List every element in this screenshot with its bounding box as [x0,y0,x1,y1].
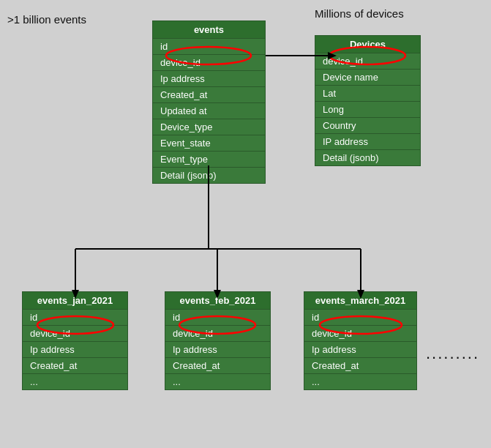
events-jan-table: events_jan_2021 id device_id Ip address … [22,291,128,390]
ellipsis-label: ......... [426,344,479,363]
feb-row-created: Created_at [165,358,270,374]
jan-row-device-id: device_id [23,326,127,342]
feb-row-ellipsis: ... [165,374,270,389]
events-row-detail: Detail (jsonb) [153,168,265,183]
devices-row-lat: Lat [315,86,420,102]
feb-row-id: id [165,310,270,326]
jan-row-ellipsis: ... [23,374,127,389]
events-jan-header: events_jan_2021 [23,292,127,310]
feb-row-ip: Ip address [165,342,270,358]
events-row-updated: Updated at [153,103,265,119]
events-row-created: Created_at [153,87,265,103]
march-row-ellipsis: ... [304,374,416,389]
jan-row-ip: Ip address [23,342,127,358]
feb-row-device-id: device_id [165,326,270,342]
march-row-ip: Ip address [304,342,416,358]
events-row-device-type: Device_type [153,119,265,135]
events-table-header: events [153,21,265,39]
jan-row-created: Created_at [23,358,127,374]
jan-row-id: id [23,310,127,326]
march-row-id: id [304,310,416,326]
events-feb-table: events_feb_2021 id device_id Ip address … [165,291,271,390]
devices-row-ip: IP address [315,134,420,150]
march-row-device-id: device_id [304,326,416,342]
events-row-ip: Ip address [153,71,265,87]
billion-events-label: >1 billion events [7,13,86,26]
march-row-created: Created_at [304,358,416,374]
devices-table: Devices device_id Device name Lat Long C… [315,35,421,166]
events-table: events id device_id Ip address Created_a… [152,20,266,184]
events-row-device-id: device_id [153,55,265,71]
devices-row-name: Device name [315,70,420,86]
events-row-id: id [153,39,265,55]
events-row-event-state: Event_state [153,135,265,152]
millions-devices-label: Millions of devices [315,7,404,20]
events-march-table: events_march_2021 id device_id Ip addres… [304,291,417,390]
events-feb-header: events_feb_2021 [165,292,270,310]
events-row-event-type: Event_type [153,152,265,168]
devices-row-detail: Detail (jsonb) [315,150,420,165]
devices-row-country: Country [315,118,420,134]
devices-table-header: Devices [315,36,420,53]
devices-row-device-id: device_id [315,53,420,70]
devices-row-long: Long [315,102,420,118]
events-march-header: events_march_2021 [304,292,416,310]
